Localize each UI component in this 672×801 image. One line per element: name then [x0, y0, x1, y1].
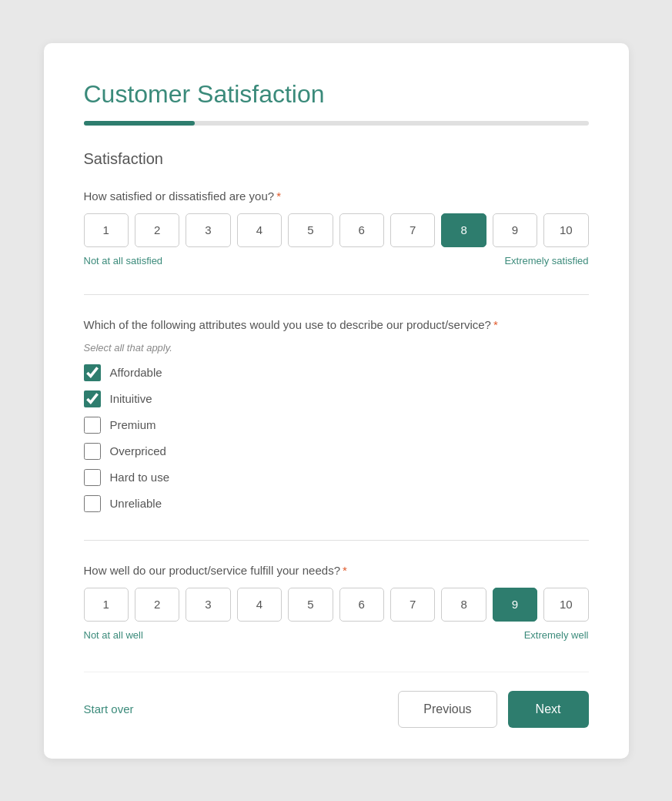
- q3-btn-3[interactable]: 3: [186, 588, 230, 622]
- divider-2: [84, 540, 589, 541]
- q2-note: Select all that apply.: [84, 342, 589, 354]
- next-button[interactable]: Next: [508, 691, 589, 728]
- page-title: Customer Satisfaction: [84, 80, 589, 109]
- checkbox-premium-input[interactable]: [84, 417, 101, 434]
- q3-btn-5[interactable]: 5: [288, 588, 333, 622]
- q3-btn-9[interactable]: 9: [493, 588, 537, 622]
- checkbox-unreliable-label: Unreliable: [110, 497, 162, 510]
- q1-label: How satisfied or dissatisfied are you?*: [84, 189, 589, 203]
- q3-low-label: Not at all well: [84, 629, 143, 641]
- checkbox-inituitive[interactable]: Inituitive: [84, 390, 589, 407]
- checkbox-affordable[interactable]: Affordable: [84, 364, 589, 381]
- progress-bar-container: [84, 121, 589, 126]
- q2-block: Which of the following attributes would …: [84, 318, 589, 512]
- checkbox-hard-to-use-input[interactable]: [84, 469, 101, 486]
- q3-rating-labels: Not at all well Extremely well: [84, 629, 589, 641]
- q1-btn-7[interactable]: 7: [390, 213, 435, 247]
- progress-bar-fill: [84, 121, 195, 126]
- checkbox-overpriced[interactable]: Overpriced: [84, 443, 589, 460]
- checkbox-premium[interactable]: Premium: [84, 417, 589, 434]
- checkbox-hard-to-use[interactable]: Hard to use: [84, 469, 589, 486]
- q1-rating-labels: Not at all satisfied Extremely satisfied: [84, 255, 589, 266]
- q1-rating-row: 1 2 3 4 5 6 7 8 9 10: [84, 213, 589, 247]
- divider-1: [84, 294, 589, 295]
- footer: Start over Previous Next: [84, 672, 589, 728]
- q1-btn-3[interactable]: 3: [186, 213, 230, 247]
- section-title: Satisfaction: [84, 150, 589, 168]
- checkbox-affordable-input[interactable]: [84, 364, 101, 381]
- previous-button[interactable]: Previous: [398, 691, 496, 728]
- checkbox-inituitive-label: Inituitive: [110, 392, 152, 405]
- q3-btn-6[interactable]: 6: [339, 588, 384, 622]
- checkbox-premium-label: Premium: [110, 418, 156, 431]
- q2-required: *: [493, 318, 498, 331]
- checkbox-unreliable-input[interactable]: [84, 495, 101, 512]
- survey-card: Customer Satisfaction Satisfaction How s…: [44, 43, 629, 759]
- checkbox-hard-to-use-label: Hard to use: [110, 471, 170, 484]
- q3-rating-row: 1 2 3 4 5 6 7 8 9 10: [84, 588, 589, 622]
- q1-btn-4[interactable]: 4: [237, 213, 282, 247]
- q1-high-label: Extremely satisfied: [504, 255, 588, 266]
- q1-btn-10[interactable]: 10: [543, 213, 588, 247]
- q3-high-label: Extremely well: [524, 629, 589, 641]
- q1-block: How satisfied or dissatisfied are you?* …: [84, 189, 589, 266]
- q1-btn-5[interactable]: 5: [288, 213, 333, 247]
- footer-right: Previous Next: [398, 691, 588, 728]
- q1-btn-1[interactable]: 1: [84, 213, 129, 247]
- checkbox-overpriced-label: Overpriced: [110, 444, 166, 457]
- q1-required: *: [276, 189, 281, 203]
- q3-required: *: [343, 564, 347, 577]
- start-over-button[interactable]: Start over: [84, 702, 134, 716]
- checkbox-affordable-label: Affordable: [110, 366, 162, 379]
- q3-btn-7[interactable]: 7: [390, 588, 435, 622]
- q3-label: How well do our product/service fulfill …: [84, 564, 589, 577]
- q1-btn-8[interactable]: 8: [441, 213, 486, 247]
- q1-low-label: Not at all satisfied: [84, 255, 163, 266]
- q3-block: How well do our product/service fulfill …: [84, 564, 589, 641]
- checkbox-inituitive-input[interactable]: [84, 390, 101, 407]
- q3-btn-8[interactable]: 8: [441, 588, 486, 622]
- q1-btn-2[interactable]: 2: [135, 213, 179, 247]
- checkbox-list: Affordable Inituitive Premium Overpriced…: [84, 364, 589, 512]
- q3-btn-2[interactable]: 2: [135, 588, 179, 622]
- q3-btn-10[interactable]: 10: [543, 588, 588, 622]
- q2-label: Which of the following attributes would …: [84, 318, 589, 331]
- q3-btn-4[interactable]: 4: [237, 588, 282, 622]
- q3-btn-1[interactable]: 1: [84, 588, 129, 622]
- q1-btn-9[interactable]: 9: [493, 213, 537, 247]
- checkbox-unreliable[interactable]: Unreliable: [84, 495, 589, 512]
- checkbox-overpriced-input[interactable]: [84, 443, 101, 460]
- q1-btn-6[interactable]: 6: [339, 213, 384, 247]
